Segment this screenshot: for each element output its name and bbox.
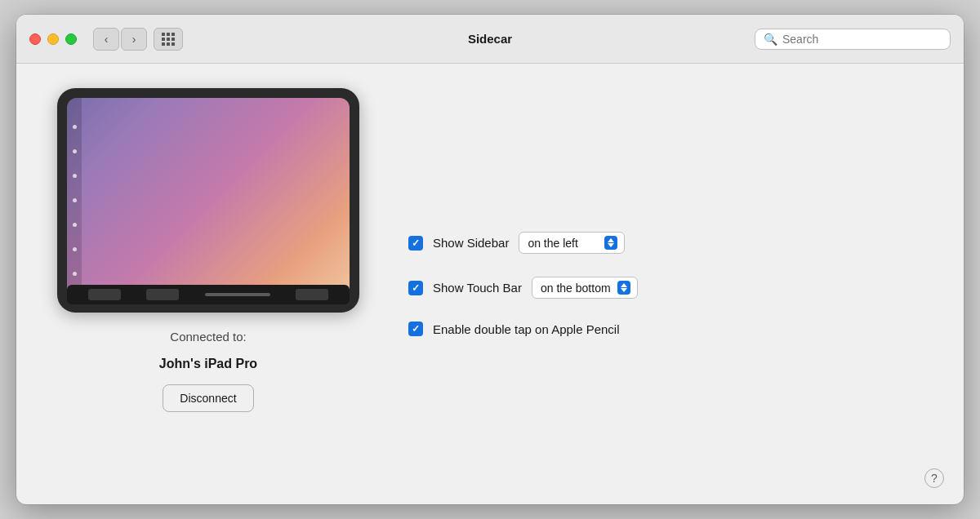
chevron-down-icon	[608, 243, 614, 247]
sidebar-position-value: on the left	[528, 237, 599, 250]
traffic-lights	[29, 33, 77, 45]
dropdown-arrows-icon	[604, 236, 617, 250]
back-icon: ‹	[105, 33, 109, 46]
checkmark-icon: ✓	[412, 324, 420, 334]
sidebar-dot	[73, 174, 77, 178]
show-touchbar-checkbox[interactable]: ✓	[408, 281, 423, 295]
sidebar-dot	[73, 125, 77, 129]
search-box[interactable]: 🔍	[755, 29, 951, 50]
sidebar-dot	[73, 272, 77, 276]
touchbar-slider	[205, 293, 270, 296]
touchbar-button	[88, 289, 121, 300]
device-name: John's iPad Pro	[159, 357, 257, 371]
ipad-screen	[67, 98, 350, 303]
sidebar-position-dropdown[interactable]: on the left	[519, 232, 625, 254]
minimize-button[interactable]	[47, 33, 59, 45]
maximize-button[interactable]	[65, 33, 77, 45]
forward-icon: ›	[132, 33, 136, 46]
chevron-up-icon	[621, 283, 627, 287]
show-touchbar-label: Show Touch Bar	[433, 281, 522, 295]
nav-buttons: ‹ ›	[93, 28, 147, 51]
checkmark-icon: ✓	[412, 238, 420, 248]
search-icon: 🔍	[764, 33, 777, 46]
system-preferences-window: ‹ › Sidecar 🔍	[16, 15, 964, 504]
double-tap-checkbox[interactable]: ✓	[408, 322, 423, 336]
close-button[interactable]	[29, 33, 41, 45]
sidebar-dot	[73, 223, 77, 227]
sidebar-dot	[73, 149, 77, 153]
chevron-down-icon	[621, 288, 627, 292]
grid-dots-icon	[162, 33, 175, 46]
connected-to-label: Connected to:	[170, 330, 246, 344]
titlebar: ‹ › Sidecar 🔍	[16, 15, 964, 64]
chevron-up-icon	[608, 238, 614, 242]
show-sidebar-row: ✓ Show Sidebar on the left	[408, 232, 923, 254]
left-panel: Connected to: John's iPad Pro Disconnect	[57, 88, 359, 480]
ipad-illustration	[57, 88, 359, 317]
sidebar-dot	[73, 247, 77, 251]
show-sidebar-label: Show Sidebar	[433, 236, 509, 250]
ipad-frame	[57, 88, 359, 313]
sidebar-dot	[73, 198, 77, 202]
disconnect-button[interactable]: Disconnect	[163, 384, 253, 412]
ipad-sidebar	[67, 98, 82, 303]
touchbar-button	[296, 289, 328, 300]
window-title: Sidecar	[468, 32, 512, 46]
content-area: Connected to: John's iPad Pro Disconnect…	[16, 64, 964, 504]
ipad-touchbar	[67, 285, 350, 304]
dropdown-arrows-icon	[617, 281, 630, 295]
right-panel: ✓ Show Sidebar on the left ✓	[408, 88, 923, 480]
window-inner: Connected to: John's iPad Pro Disconnect…	[16, 64, 964, 504]
touchbar-position-value: on the bottom	[541, 282, 612, 295]
double-tap-row: ✓ Enable double tap on Apple Pencil	[408, 322, 923, 336]
checkmark-icon: ✓	[412, 283, 420, 293]
touchbar-button	[146, 289, 179, 300]
back-button[interactable]: ‹	[93, 28, 119, 51]
show-touchbar-row: ✓ Show Touch Bar on the bottom	[408, 277, 923, 299]
show-sidebar-checkbox[interactable]: ✓	[408, 236, 423, 251]
help-button[interactable]: ?	[924, 468, 944, 488]
home-grid-button[interactable]	[154, 28, 183, 51]
double-tap-label: Enable double tap on Apple Pencil	[433, 322, 620, 336]
touchbar-position-dropdown[interactable]: on the bottom	[532, 277, 638, 299]
forward-button[interactable]: ›	[121, 28, 147, 51]
search-input[interactable]	[782, 33, 942, 46]
